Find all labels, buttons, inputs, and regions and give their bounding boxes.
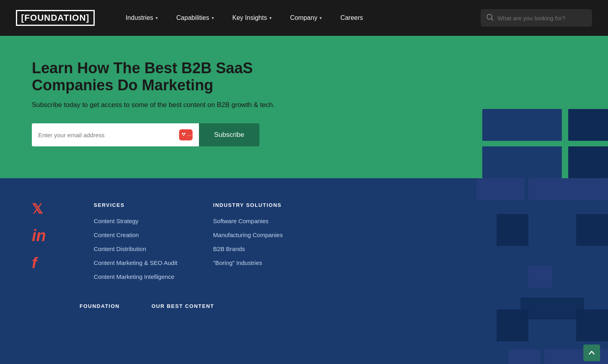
svg-point-4 bbox=[184, 133, 185, 134]
chevron-down-icon: ▾ bbox=[320, 16, 322, 21]
deco-top-right2 bbox=[477, 178, 524, 200]
deco-top-right bbox=[528, 178, 608, 200]
nav-item-key-insights[interactable]: Key Insights ▾ bbox=[225, 11, 279, 25]
scroll-top-button[interactable] bbox=[583, 345, 600, 361]
chevron-down-icon: ▾ bbox=[156, 16, 158, 21]
nav-item-key-insights-label: Key Insights bbox=[232, 14, 267, 21]
twitter-x-icon[interactable]: 𝕏 bbox=[32, 202, 46, 216]
footer-foundation-col: FOUNDATION bbox=[80, 303, 120, 317]
nav-item-capabilities[interactable]: Capabilities ▾ bbox=[169, 11, 221, 25]
footer-best-content-title: OUR BEST CONTENT bbox=[152, 303, 214, 309]
navbar: [FOUNDATION] Industries ▾ Capabilities ▾… bbox=[0, 0, 608, 36]
email-input-wrap[interactable]: ··· bbox=[32, 123, 199, 146]
nav-item-industries-label: Industries bbox=[126, 14, 153, 21]
footer-link-b2b-brands[interactable]: B2B Brands bbox=[213, 245, 301, 252]
nav-item-capabilities-label: Capabilities bbox=[176, 14, 209, 21]
facebook-icon[interactable]: f bbox=[32, 255, 46, 271]
footer-industry-col: INDUSTRY SOLUTIONS Software Companies Ma… bbox=[213, 202, 301, 287]
nav-item-company[interactable]: Company ▾ bbox=[283, 11, 329, 25]
footer-foundation-title: FOUNDATION bbox=[80, 303, 120, 309]
deco-bot2 bbox=[509, 349, 540, 364]
hero-section: Learn How The Best B2B SaaS Companies Do… bbox=[0, 36, 608, 178]
footer: 𝕏 in f SERVICES Content Strategy Content… bbox=[0, 178, 608, 364]
deco-block-2 bbox=[482, 146, 562, 178]
subscribe-button[interactable]: Subscribe bbox=[199, 123, 259, 146]
footer-best-content-col: OUR BEST CONTENT bbox=[152, 303, 214, 317]
email-icon: ··· bbox=[179, 129, 193, 140]
footer-link-manufacturing-companies[interactable]: Manufacturing Companies bbox=[213, 232, 301, 238]
deco-block-4 bbox=[568, 146, 608, 178]
footer-link-boring-industries[interactable]: "Boring" Industries bbox=[213, 259, 301, 266]
footer-services-col: SERVICES Content Strategy Content Creati… bbox=[94, 202, 181, 287]
footer-main: 𝕏 in f SERVICES Content Strategy Content… bbox=[32, 202, 576, 287]
deco-block-3 bbox=[568, 109, 608, 141]
subscribe-form: ··· Subscribe bbox=[32, 123, 286, 146]
nav-item-company-label: Company bbox=[290, 14, 317, 21]
footer-link-content-seo-audit[interactable]: Content Marketing & SEO Audit bbox=[94, 259, 181, 266]
footer-social: 𝕏 in f bbox=[32, 202, 46, 287]
footer-bottom-row: FOUNDATION OUR BEST CONTENT bbox=[32, 303, 576, 317]
footer-industry-title: INDUSTRY SOLUTIONS bbox=[213, 202, 301, 208]
footer-link-content-creation[interactable]: Content Creation bbox=[94, 232, 181, 238]
hero-title: Learn How The Best B2B SaaS Companies Do… bbox=[32, 60, 310, 94]
chevron-down-icon: ▾ bbox=[269, 16, 272, 21]
deco-mid-right1 bbox=[576, 214, 608, 246]
footer-link-content-distribution[interactable]: Content Distribution bbox=[94, 245, 181, 252]
footer-link-software-companies[interactable]: Software Companies bbox=[213, 218, 301, 224]
search-input[interactable] bbox=[497, 15, 587, 21]
nav-item-careers[interactable]: Careers bbox=[333, 11, 370, 25]
footer-link-content-intelligence[interactable]: Content Marketing Intelligence bbox=[94, 273, 181, 280]
footer-services-title: SERVICES bbox=[94, 202, 181, 208]
chevron-down-icon: ▾ bbox=[212, 16, 214, 21]
deco-low1 bbox=[576, 309, 608, 341]
svg-line-1 bbox=[491, 18, 493, 20]
search-icon bbox=[486, 14, 493, 23]
nav-item-careers-label: Careers bbox=[340, 14, 363, 21]
nav-item-industries[interactable]: Industries ▾ bbox=[119, 11, 165, 25]
deco-block-1 bbox=[482, 109, 562, 141]
hero-subtitle: Subscribe today to get access to some of… bbox=[32, 101, 279, 109]
linkedin-icon[interactable]: in bbox=[32, 228, 46, 243]
nav-items: Industries ▾ Capabilities ▾ Key Insights… bbox=[119, 11, 481, 25]
svg-point-5 bbox=[183, 135, 184, 136]
footer-link-content-strategy[interactable]: Content Strategy bbox=[94, 218, 181, 224]
email-input[interactable] bbox=[38, 132, 176, 138]
svg-point-3 bbox=[182, 133, 183, 134]
search-bar[interactable] bbox=[481, 9, 592, 27]
nav-logo[interactable]: [FOUNDATION] bbox=[16, 10, 95, 26]
